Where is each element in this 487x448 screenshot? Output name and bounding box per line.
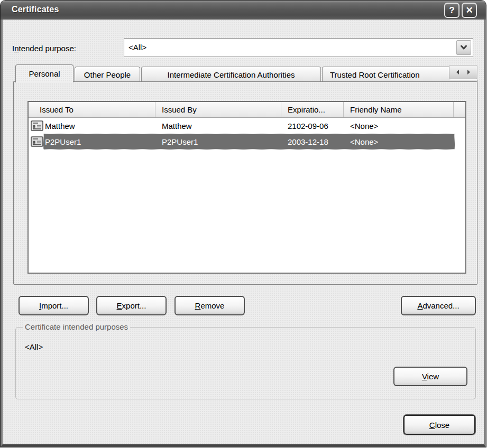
column-header-friendly-name[interactable]: Friendly Name (344, 102, 454, 117)
intended-purposes-value: <All> (25, 342, 43, 351)
close-button[interactable]: Close (403, 415, 475, 435)
tab-intermediate-certification-authorities[interactable]: Intermediate Certification Authorities (141, 67, 321, 82)
tab-strip: Personal Other People Intermediate Certi… (13, 64, 477, 82)
close-window-button[interactable]: ✕ (462, 3, 477, 18)
export-button[interactable]: Export... (96, 296, 167, 315)
column-header-issued-to[interactable]: Issued To (29, 102, 155, 117)
titlebar-buttons: ? ✕ (444, 3, 477, 18)
dialog-body: Intended purpose: <All> Personal Other P… (1, 20, 486, 447)
close-icon: ✕ (465, 5, 473, 16)
combobox-dropdown-button[interactable] (456, 40, 471, 55)
column-header-issued-by[interactable]: Issued By (155, 102, 281, 117)
help-icon: ? (449, 5, 454, 16)
view-button[interactable]: View (393, 367, 467, 386)
intended-purpose-combobox[interactable]: <All> (124, 38, 473, 57)
remove-button[interactable]: Remove (174, 296, 245, 315)
column-header-filler (454, 102, 465, 117)
certificate-list: Issued To Issued By Expiratio... Friendl… (27, 101, 466, 274)
scroll-tabs-right-button[interactable] (466, 69, 472, 75)
combobox-value: <All> (128, 43, 146, 52)
certificate-icon (31, 136, 43, 147)
help-button[interactable]: ? (444, 3, 460, 18)
title-bar[interactable]: Certificates ? ✕ (1, 1, 486, 20)
certificate-intended-purposes-groupbox: Certificate intended purposes <All> View (15, 327, 476, 399)
tab-other-people[interactable]: Other People (75, 67, 140, 82)
tab-personal[interactable]: Personal (15, 64, 73, 82)
chevron-down-icon (460, 45, 467, 50)
scroll-tabs-left-button[interactable] (455, 69, 461, 75)
import-button[interactable]: Import... (19, 296, 89, 315)
personal-tab-panel: Issued To Issued By Expiratio... Friendl… (13, 81, 477, 285)
table-row[interactable]: Matthew Matthew 2102-09-06 <None> (29, 118, 465, 134)
advanced-button[interactable]: Advanced... (401, 296, 476, 315)
list-header-row: Issued To Issued By Expiratio... Friendl… (29, 102, 465, 118)
certificates-dialog: Certificates ? ✕ Intended purpose: <All>… (1, 1, 486, 447)
certificate-icon (31, 120, 43, 131)
groupbox-legend: Certificate intended purposes (23, 322, 130, 331)
window-title: Certificates (12, 5, 59, 14)
column-header-expiration[interactable]: Expiratio... (281, 102, 344, 117)
intended-purpose-label: Intended purpose: (12, 44, 76, 53)
tab-scroll-control (449, 65, 477, 79)
table-row-selected[interactable]: P2PUser1 P2PUser1 2003-12-18 <None> (29, 134, 465, 150)
